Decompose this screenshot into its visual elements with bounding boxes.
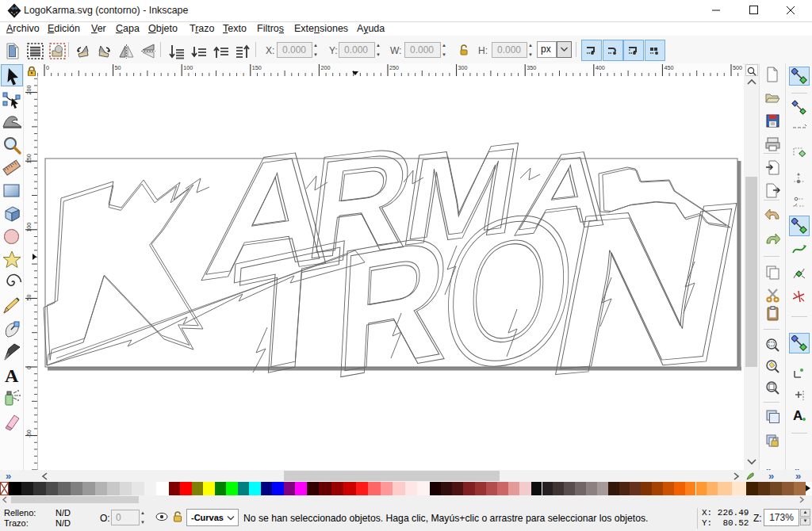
svg-text:A: A	[793, 408, 802, 423]
svg-text:200: 200	[25, 86, 33, 95]
svg-text:0: 0	[25, 366, 33, 369]
svg-text:0: 0	[46, 64, 49, 71]
svg-text:R: R	[333, 202, 450, 408]
svg-text:400: 400	[596, 64, 605, 71]
svg-text:A: A	[5, 365, 19, 386]
svg-text:150: 150	[25, 154, 33, 163]
svg-text:50: 50	[25, 294, 33, 300]
svg-text:200: 200	[320, 64, 330, 71]
svg-text:250: 250	[389, 64, 399, 71]
svg-text:100: 100	[25, 223, 33, 232]
svg-text:350: 350	[527, 64, 536, 71]
svg-text:150: 150	[252, 64, 262, 71]
svg-text:T: T	[229, 213, 344, 408]
svg-text:500: 500	[733, 64, 742, 71]
svg-text:-50: -50	[25, 430, 33, 437]
svg-text:300: 300	[458, 64, 468, 71]
svg-text:450: 450	[664, 64, 673, 71]
svg-text:50: 50	[115, 64, 121, 71]
svg-text:100: 100	[183, 64, 193, 71]
